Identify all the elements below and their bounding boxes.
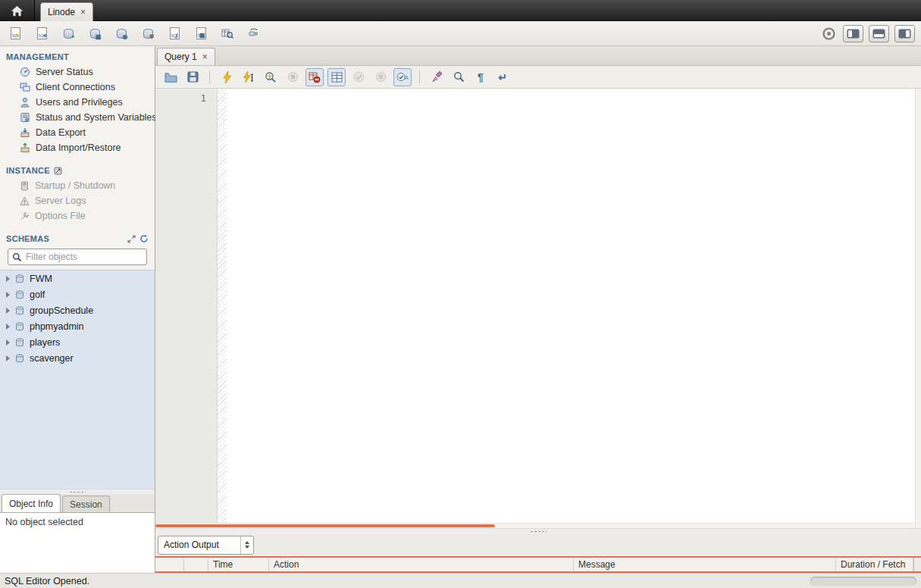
schema-row-golf[interactable]: golf [0, 286, 155, 302]
toggle-left-sidebar-button[interactable] [843, 25, 863, 42]
output-col-message[interactable]: Message [574, 558, 836, 571]
output-col-action[interactable]: Action [269, 558, 574, 571]
sidebar-item-users-privileges[interactable]: Users and Privileges [0, 95, 155, 110]
expander-icon[interactable] [6, 276, 10, 282]
sidebar-item-options-file[interactable]: Options File [0, 208, 155, 224]
sidebar-item-status-system-variables[interactable]: Status and System Variables [0, 110, 155, 125]
mysql-workbench-window: Linode × SQL+ SQL◂ + ▦ ◉ ✱ SQLƒ SQL▦ [0, 0, 921, 588]
connection-tabbar: Linode × [0, 0, 921, 21]
sidebar-item-label: Server Status [36, 67, 93, 77]
sql-editor: 1 [155, 89, 921, 528]
sidebar-item-startup-shutdown[interactable]: Startup / Shutdown [0, 178, 155, 193]
output-splitter[interactable] [155, 528, 921, 533]
sidebar-item-data-export[interactable]: Data Export [0, 125, 155, 140]
editor-horizontal-scrollbar-thumb[interactable] [155, 524, 495, 527]
new-script-button[interactable]: SQL▦ [192, 24, 210, 42]
expander-icon[interactable] [6, 292, 10, 298]
schemas-section-title: SCHEMAS [6, 234, 49, 243]
output-type-select[interactable]: Action Output [158, 536, 254, 555]
schema-row-phpmyadmin[interactable]: phpmyadmin [0, 318, 155, 334]
stop-on-error-toggle-button[interactable] [305, 68, 324, 86]
wrap-text-toggle-button[interactable]: ↵ [493, 68, 512, 86]
schema-icon [14, 289, 25, 300]
autocommit-toggle-button[interactable]: A [393, 68, 412, 86]
create-table-button[interactable]: ▦ [86, 24, 104, 42]
expander-icon[interactable] [6, 308, 10, 314]
sidebar-item-client-connections[interactable]: Client Connections [0, 80, 155, 95]
query-tabbar: Query 1 × [155, 46, 921, 66]
expander-icon[interactable] [6, 355, 10, 361]
management-section-header: MANAGEMENT [0, 46, 155, 64]
schema-icon [14, 274, 25, 284]
expand-schemas-icon[interactable] [127, 235, 136, 243]
create-procedure-button[interactable]: ✱ [139, 24, 157, 42]
toggle-output-area-button[interactable] [869, 25, 889, 42]
output-col-time[interactable]: Time [208, 558, 269, 571]
output-col-duration[interactable]: Duration / Fetch [836, 558, 913, 571]
find-button[interactable] [450, 68, 468, 86]
execute-current-statement-button[interactable] [240, 68, 258, 86]
instance-section-title: INSTANCE [6, 166, 50, 175]
close-icon[interactable]: × [80, 8, 86, 17]
sidebar-splitter[interactable] [0, 489, 155, 494]
execute-button[interactable] [218, 68, 236, 86]
create-function-button[interactable]: SQLƒ [165, 24, 183, 42]
create-schema-button[interactable]: + [59, 24, 77, 42]
schemas-section-header: SCHEMAS [0, 224, 155, 246]
tab-object-info[interactable]: Object Info [2, 494, 61, 512]
sidebar-item-label: Status and System Variables [36, 112, 157, 123]
create-view-button[interactable]: ◉ [112, 24, 130, 42]
tab-session[interactable]: Session [62, 496, 110, 512]
schema-row-groupschedule[interactable]: groupSchedule [0, 302, 155, 318]
refresh-schemas-icon[interactable] [139, 234, 149, 243]
search-icon [12, 252, 22, 262]
schema-icon [14, 337, 25, 348]
home-tab[interactable] [0, 0, 35, 21]
schema-filter-input[interactable] [26, 252, 143, 262]
sidebar-item-server-logs[interactable]: Server Logs [0, 193, 155, 208]
status-message: SQL Editor Opened. [5, 576, 89, 586]
server-status-icon [20, 67, 30, 77]
commit-button[interactable] [349, 68, 368, 86]
new-query-tab-button[interactable]: SQL+ [6, 24, 24, 42]
search-table-data-button[interactable] [218, 24, 237, 42]
sidebar-bottom-tabs: Object Info Session [0, 494, 155, 512]
invisible-chars-toggle-button[interactable]: ¶ [471, 68, 490, 86]
explain-button[interactable] [262, 68, 280, 86]
editor-vertical-scrollbar[interactable] [915, 89, 921, 528]
schema-icon [14, 321, 25, 332]
instance-config-icon [54, 167, 62, 175]
beautify-button[interactable] [428, 68, 446, 86]
tab-query-1[interactable]: Query 1 × [157, 48, 215, 65]
sidebar-item-server-status[interactable]: Server Status [0, 64, 155, 80]
schema-row-scavenger[interactable]: scavenger [0, 350, 155, 366]
output-scrollbar[interactable] [913, 558, 921, 571]
expander-icon[interactable] [6, 339, 10, 346]
limit-rows-toggle-button[interactable] [327, 68, 346, 86]
schema-name: golf [30, 289, 45, 300]
rollback-button[interactable] [371, 68, 390, 86]
object-info-text: No object selected [5, 517, 83, 527]
instance-section-header: INSTANCE [0, 155, 155, 178]
output-col-status[interactable] [184, 558, 208, 571]
sql-code-area[interactable] [227, 89, 915, 528]
open-sql-script-button[interactable]: SQL◂ [33, 24, 51, 42]
output-col-index[interactable] [155, 558, 184, 571]
sidebar-item-data-import[interactable]: Data Import/Restore [0, 140, 155, 155]
open-sql-file-button[interactable] [161, 68, 180, 86]
data-export-icon [20, 127, 30, 138]
expander-icon[interactable] [6, 324, 10, 330]
schema-row-players[interactable]: players [0, 334, 155, 350]
stop-button[interactable] [284, 68, 302, 86]
schema-row-fwm[interactable]: FWM [0, 271, 155, 286]
statusbar: SQL Editor Opened. [0, 573, 921, 588]
status-progress-well [810, 577, 916, 586]
save-button[interactable] [183, 68, 202, 86]
sidebar-item-label: Users and Privileges [36, 97, 123, 108]
combo-spinner-icon[interactable] [240, 536, 253, 554]
connection-tab-linode[interactable]: Linode × [40, 2, 93, 21]
close-icon[interactable]: × [202, 52, 208, 61]
reconnect-dbms-button[interactable] [245, 24, 263, 42]
fold-margin [218, 89, 227, 528]
toggle-right-sidebar-button[interactable] [894, 25, 915, 42]
